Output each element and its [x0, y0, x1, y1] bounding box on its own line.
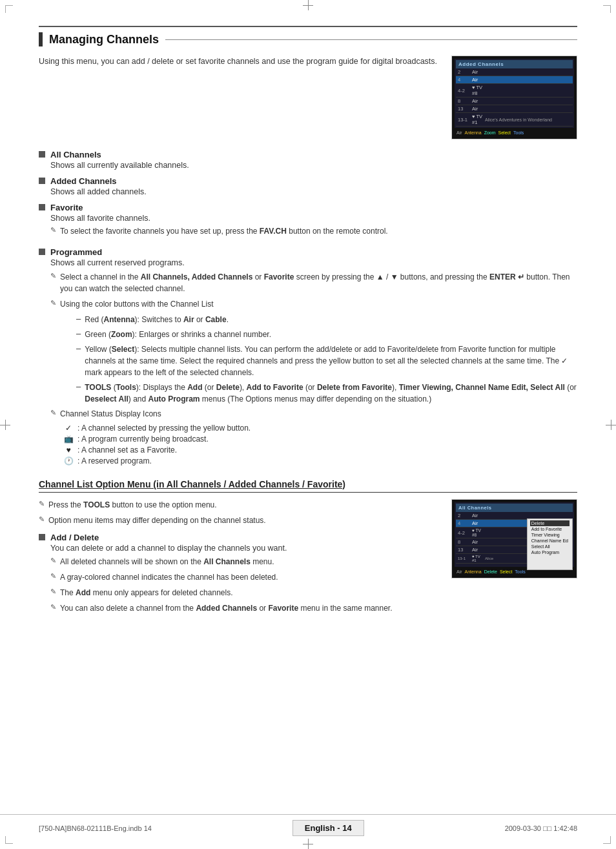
all-channels-item: All Channels Shows all currently availab… [39, 150, 577, 170]
add-delete-content: Add / Delete You can delete or add a cha… [50, 533, 438, 618]
favorite-note: ✎ To select the favorite channels you ha… [50, 225, 577, 237]
title-divider [165, 39, 577, 40]
all-channels-title: All Channels [50, 150, 101, 159]
crosshair-left [0, 420, 10, 430]
section2-note-2: ✎ Option menu items may differ depending… [39, 515, 438, 526]
page: Managing Channels Using this menu, you c… [0, 0, 616, 849]
tv2-popup-delete: Delete [530, 520, 570, 526]
tv1-row-6: 13-1♥ TV #1Alice's Adventures in Wonderl… [456, 113, 573, 127]
favorite-title: Favorite [50, 203, 83, 212]
check-icon: ✓ [63, 424, 74, 433]
added-channels-title: Added Channels [50, 176, 117, 186]
tv1-row-3: 4-2♥ TV #8 [456, 84, 573, 97]
color-yellow: – Yellow (Select): Selects multiple chan… [50, 343, 577, 378]
status-check: ✓ : A channel selected by pressing the y… [50, 424, 577, 433]
corner-tr [603, 5, 611, 13]
bullet-icon [39, 178, 45, 184]
corner-tl [5, 5, 13, 13]
tv2-row-1: 2Air [456, 512, 527, 520]
tv2-row-6: 13-1♥ TV #1Alice [456, 554, 527, 564]
favorite-note-text: To select the favorite channels you have… [60, 225, 388, 237]
status-reserved-text: : A reserved program. [77, 456, 152, 465]
intro-row: Using this menu, you can add / delete or… [39, 56, 577, 139]
footer-center: English - 14 [293, 820, 364, 836]
tv2-popup-timer: Timer Viewing [530, 532, 570, 538]
note-icon-1: ✎ [50, 272, 56, 280]
bullet-icon [39, 249, 45, 255]
programmed-desc: Shows all current reserved programs. [50, 258, 577, 267]
add-note-3: ✎ The Add menu only appears for deleted … [50, 587, 438, 598]
bottom-row: ✎ Press the TOOLS button to use the opti… [39, 499, 577, 624]
programmed-note-2-text: Using the color buttons with the Channel… [60, 298, 213, 310]
programmed-content: Programmed Shows all current reserved pr… [50, 247, 577, 467]
note-icon-5: ✎ [39, 515, 45, 524]
section2-note-1-text: Press the TOOLS button to use the option… [48, 499, 217, 511]
title-bar-icon [39, 32, 43, 46]
tv2-popup-select-all: Select All [530, 544, 570, 549]
crosshair-top [303, 0, 313, 10]
tv1-bottom: Air Antenna Zoom Select Tools [455, 129, 574, 136]
tv2-popup: Delete Add to Favorite Timer Viewing Cha… [527, 518, 573, 570]
crosshair-bottom [303, 839, 313, 849]
status-check-text: : A channel selected by pressing the yel… [77, 424, 251, 433]
section2-note-1: ✎ Press the TOOLS button to use the opti… [39, 499, 438, 511]
status-favorite-text: : A channel set as a Favorite. [77, 445, 177, 455]
tv2-row-4: 8Air [456, 538, 527, 546]
status-broadcast-text: : A program currently being broadcast. [77, 435, 209, 444]
bullet-icon-add [39, 534, 45, 540]
programmed-item: Programmed Shows all current reserved pr… [39, 247, 577, 467]
all-channels-desc: Shows all currently available channels. [50, 161, 577, 170]
tv2-popup-auto: Auto Program [530, 549, 570, 555]
tv1-header: Added Channels [456, 60, 573, 68]
section-title: Managing Channels [39, 26, 577, 46]
status-broadcast: 📺 : A program currently being broadcast. [50, 435, 577, 444]
status-reserved: 🕐 : A reserved program. [50, 456, 577, 465]
add-delete-item: Add / Delete You can delete or add a cha… [39, 533, 438, 618]
footer-right: 2009-03-30 □□ 1:42:48 [505, 824, 577, 832]
add-delete-title: Add / Delete [50, 533, 99, 542]
tv2-row-3: 4-2♥ TV #8 [456, 527, 527, 538]
add-note-1: ✎ All deleted channels will be shown on … [50, 556, 438, 568]
corner-br [603, 836, 611, 844]
programmed-note-1: ✎ Select a channel in the All Channels, … [50, 271, 577, 294]
tv1-row-2: 4Air [456, 76, 573, 84]
status-favorite: ♥ : A channel set as a Favorite. [50, 445, 577, 455]
tv-screenshot-2: All Channels 2Air 4Air 4-2♥ TV #8 [451, 499, 577, 578]
tv1-row-4: 8Air [456, 97, 573, 105]
tv-screenshot-1: Added Channels 2Air 4Air 4-2♥ TV #8 8Air… [451, 56, 577, 139]
heart-icon: ♥ [63, 445, 74, 455]
tv2-row-2: 4Air [456, 520, 527, 527]
color-red: – Red (Antenna): Switches to Air or Cabl… [50, 314, 577, 325]
tv2-row-5: 13Air [456, 546, 527, 554]
favorite-content: Favorite Shows all favorite channels. ✎ … [50, 203, 577, 241]
add-note-2: ✎ A gray-colored channel indicates the c… [50, 571, 438, 583]
programmed-note-1-text: Select a channel in the All Channels, Ad… [60, 271, 577, 294]
add-delete-desc: You can delete or add a channel to displ… [50, 544, 438, 553]
favorite-item: Favorite Shows all favorite channels. ✎ … [39, 203, 577, 241]
page-title: Managing Channels [49, 33, 159, 46]
note-icon-4: ✎ [39, 500, 45, 508]
crosshair-right [606, 420, 616, 430]
tv1-row-5: 13Air [456, 105, 573, 113]
tv2-popup-add-fav: Add to Favorite [530, 526, 570, 532]
tv2-popup-name: Channel Name Ed [530, 538, 570, 544]
tv2-header: All Channels [456, 504, 573, 512]
note-icon-3: ✎ [50, 409, 56, 417]
color-green: – Green (Zoom): Enlarges or shrinks a ch… [50, 329, 577, 340]
broadcast-icon: 📺 [63, 435, 74, 444]
bullet-icon [39, 204, 45, 210]
footer-left: [750-NA]BN68-02111B-Eng.indb 14 [39, 824, 152, 832]
tv1-row-1: 2Air [456, 68, 573, 76]
added-channels-content: Added Channels Shows all added channels. [50, 176, 577, 196]
bottom-content: ✎ Press the TOOLS button to use the opti… [39, 499, 438, 624]
intro-text: Using this menu, you can add / delete or… [39, 56, 438, 68]
programmed-title: Programmed [50, 247, 102, 257]
note-icon: ✎ [50, 226, 56, 234]
add-note-4: ✎ You can also delete a channel from the… [50, 602, 438, 614]
status-title-text: Channel Status Display Icons [60, 408, 161, 420]
favorite-desc: Shows all favorite channels. [50, 214, 577, 223]
section2-title: Channel List Option Menu (in All Channel… [39, 479, 577, 493]
bullet-icon [39, 151, 45, 158]
all-channels-content: All Channels Shows all currently availab… [50, 150, 577, 170]
page-footer: [750-NA]BN68-02111B-Eng.indb 14 English … [0, 814, 616, 836]
